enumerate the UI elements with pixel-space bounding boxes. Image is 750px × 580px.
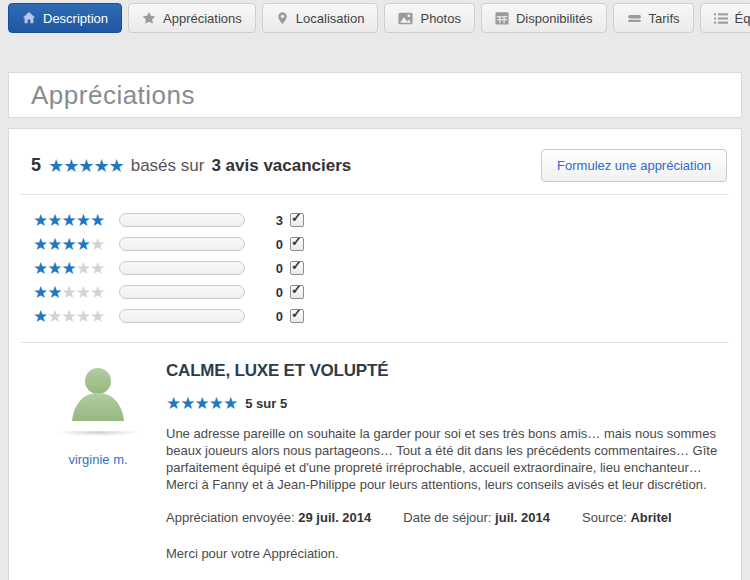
filter-checkbox-4-stars[interactable] xyxy=(290,237,304,251)
tab-label: Localisation xyxy=(296,11,365,26)
tab-appreciations[interactable]: Appréciations xyxy=(128,3,256,33)
average-rating: 5 xyxy=(31,155,41,176)
rating-histogram: ★★★★★ 3 ★★★★★ 0 ★★★★★ 0 ★★★★★ 0 ★★★★★ 0 xyxy=(9,195,741,328)
photo-icon xyxy=(398,12,413,25)
meta-sent-date: Appréciation envoyée: 29 juil. 2014 xyxy=(166,510,371,525)
tab-label: Appréciations xyxy=(163,11,242,26)
star-icon xyxy=(142,11,156,25)
filter-checkbox-5-stars[interactable] xyxy=(290,213,304,227)
histogram-row-4-stars: ★★★★★ 0 xyxy=(33,232,741,256)
home-icon xyxy=(22,11,36,25)
review-item: virginie m. CALME, LUXE ET VOLUPTÉ ★★★★★… xyxy=(9,343,741,561)
tab-label: Tarifs xyxy=(649,11,680,26)
meta-stay-date: Date de séjour: juil. 2014 xyxy=(403,510,550,525)
owner-response: Merci pour votre Appréciation. xyxy=(166,546,719,561)
histogram-row-5-stars: ★★★★★ 3 xyxy=(33,208,741,232)
rating-bar xyxy=(119,213,245,227)
tab-description[interactable]: Description xyxy=(8,3,122,33)
row-stars: ★★★★★ xyxy=(33,308,117,325)
histogram-row-1-star: ★★★★★ 0 xyxy=(33,304,741,328)
tab-label: Photos xyxy=(420,11,460,26)
row-count: 0 xyxy=(269,261,283,276)
tab-photos[interactable]: Photos xyxy=(384,3,474,33)
review-meta: Appréciation envoyée: 29 juil. 2014 Date… xyxy=(166,510,719,525)
meta-source: Source: Abritel xyxy=(582,510,672,525)
rating-bar xyxy=(119,237,245,251)
tab-equipements[interactable]: Équipements xyxy=(700,3,750,33)
row-stars: ★★★★★ xyxy=(33,284,117,301)
review-title: CALME, LUXE ET VOLUPTÉ xyxy=(166,361,719,381)
row-count: 3 xyxy=(269,213,283,228)
row-count: 0 xyxy=(269,285,283,300)
review-body: Une adresse pareille on souhaite la gard… xyxy=(166,425,719,493)
histogram-row-3-stars: ★★★★★ 0 xyxy=(33,256,741,280)
review-rating: ★★★★★ 5 sur 5 xyxy=(166,395,719,412)
reviewer-name-link[interactable]: virginie m. xyxy=(68,452,127,467)
row-stars: ★★★★★ xyxy=(33,260,117,277)
page-title: Appréciations xyxy=(9,80,195,111)
tab-bar: Description Appréciations Localisation P… xyxy=(0,0,750,33)
rating-summary: 5 ★★★★★ basés sur 3 avis vacanciers xyxy=(31,155,351,176)
rating-bar xyxy=(119,309,245,323)
tab-label: Disponibilités xyxy=(516,11,593,26)
write-review-button[interactable]: Formulez une appréciation xyxy=(541,149,727,182)
review-content: CALME, LUXE ET VOLUPTÉ ★★★★★ 5 sur 5 Une… xyxy=(157,359,719,561)
tab-tarifs[interactable]: Tarifs xyxy=(613,3,694,33)
rating-stars: ★★★★★ xyxy=(48,157,124,175)
rating-summary-row: 5 ★★★★★ basés sur 3 avis vacanciers Form… xyxy=(9,129,741,194)
list-icon xyxy=(714,12,728,25)
avatar xyxy=(62,359,134,431)
row-stars: ★★★★★ xyxy=(33,236,117,253)
calendar-icon xyxy=(495,11,509,25)
pin-icon xyxy=(276,11,289,25)
review-score: 5 sur 5 xyxy=(245,396,287,411)
money-icon xyxy=(627,12,642,24)
filter-checkbox-3-stars[interactable] xyxy=(290,261,304,275)
filter-checkbox-2-stars[interactable] xyxy=(290,285,304,299)
review-count: 3 avis vacanciers xyxy=(211,156,351,176)
tab-label: Description xyxy=(43,11,108,26)
reviewer-column: virginie m. xyxy=(39,359,157,561)
tab-localisation[interactable]: Localisation xyxy=(262,3,379,33)
histogram-row-2-stars: ★★★★★ 0 xyxy=(33,280,741,304)
row-count: 0 xyxy=(269,237,283,252)
based-on-text: basés sur xyxy=(131,156,205,176)
tab-label: Équipements xyxy=(735,11,750,26)
review-stars: ★★★★★ xyxy=(166,395,237,412)
row-stars: ★★★★★ xyxy=(33,212,117,229)
row-count: 0 xyxy=(269,309,283,324)
reviews-panel: 5 ★★★★★ basés sur 3 avis vacanciers Form… xyxy=(8,128,742,580)
filter-checkbox-1-star[interactable] xyxy=(290,309,304,323)
rating-bar xyxy=(119,285,245,299)
rating-bar xyxy=(119,261,245,275)
tab-disponibilites[interactable]: Disponibilités xyxy=(481,3,607,33)
section-heading-panel: Appréciations xyxy=(8,72,742,118)
